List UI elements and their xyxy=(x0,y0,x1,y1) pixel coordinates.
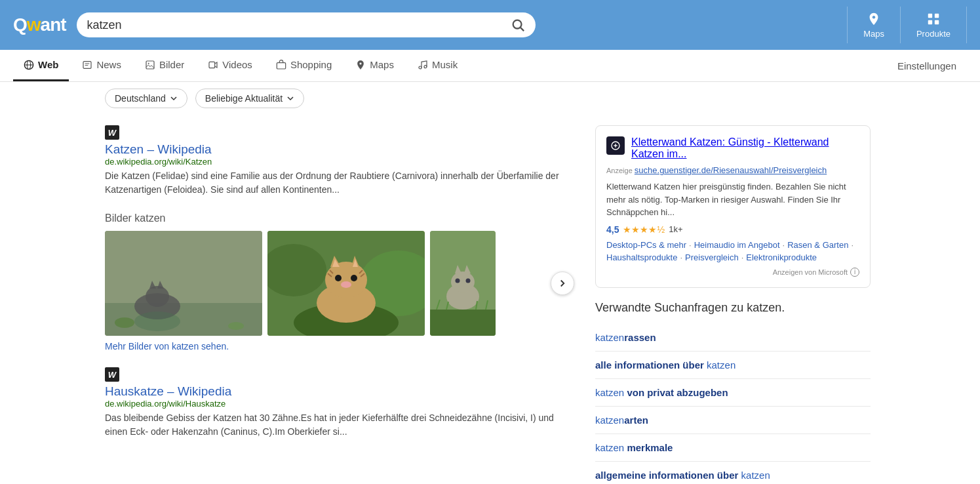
main-content: W Katzen – Wikipedia de.wikipedia.org/wi… xyxy=(0,115,980,484)
svg-rect-9 xyxy=(83,61,91,68)
search-input[interactable] xyxy=(87,18,505,32)
images-section: Bilder katzen xyxy=(105,212,564,352)
tab-musik[interactable]: Musik xyxy=(407,50,468,81)
svg-rect-15 xyxy=(277,62,285,68)
result2-desc: Das bleibende Gebiss der Katzen hat 30 Z… xyxy=(105,411,564,439)
svg-rect-3 xyxy=(935,13,939,17)
tab-bilder-label: Bilder xyxy=(159,59,184,70)
recency-filter[interactable]: Beliebige Aktualität xyxy=(195,89,304,108)
logo: Qwant xyxy=(13,14,66,35)
svg-point-51 xyxy=(466,279,471,283)
tab-web[interactable]: Web xyxy=(13,50,69,81)
ad-link-6[interactable]: Elektronikprodukte xyxy=(746,252,817,262)
tab-musik-label: Musik xyxy=(432,59,458,70)
result-title: Katzen – Wikipedia xyxy=(105,142,564,157)
svg-point-25 xyxy=(115,317,134,328)
result2-url: de.wikipedia.org/wiki/Hauskatze xyxy=(105,399,564,409)
related-item-3[interactable]: katzen von privat abzugeben xyxy=(595,379,871,407)
cat-image-2[interactable] xyxy=(267,231,425,336)
ad-icon xyxy=(606,136,625,155)
tab-videos-label: Videos xyxy=(222,59,252,70)
settings-button[interactable]: Einstellungen xyxy=(887,51,967,81)
tab-shopping-label: Shopping xyxy=(290,59,332,70)
svg-point-38 xyxy=(351,275,357,281)
images-next-arrow[interactable] xyxy=(551,272,574,295)
svg-point-50 xyxy=(456,279,460,283)
svg-point-0 xyxy=(513,20,521,29)
produkte-action[interactable]: Produkte xyxy=(901,7,967,43)
tab-news[interactable]: News xyxy=(71,50,132,81)
search-button[interactable] xyxy=(511,18,525,32)
tab-videos[interactable]: Videos xyxy=(197,50,263,81)
header-right: Maps Produkte xyxy=(847,7,967,43)
rating-count: 1k+ xyxy=(669,224,682,234)
rating-stars: ★★★★½ xyxy=(623,224,665,235)
wikipedia-icon: W xyxy=(105,125,119,140)
svg-point-26 xyxy=(228,322,244,330)
maps-action[interactable]: Maps xyxy=(848,7,901,43)
related-section: Verwandte Suchanfragen zu katzen. katzen… xyxy=(595,301,871,485)
result2-title: Hauskatze – Wikipedia xyxy=(105,384,564,399)
ad-title: Kletterwand Katzen: Günstig - Kletterwan… xyxy=(631,136,859,160)
ad-link-3[interactable]: Rasen & Garten xyxy=(787,240,848,250)
related-heading: Verwandte Suchanfragen zu katzen. xyxy=(595,301,871,315)
svg-rect-4 xyxy=(928,20,932,24)
ad-link-5[interactable]: Preisvergleich xyxy=(685,252,739,262)
result-url: de.wikipedia.org/wiki/Katzen xyxy=(105,157,564,167)
result-source: W xyxy=(105,125,564,140)
result-title-link[interactable]: Katzen – Wikipedia xyxy=(105,142,212,156)
related-item-6[interactable]: allgemeine informationen über katzen xyxy=(595,462,871,485)
related-item-4[interactable]: katzenarten xyxy=(595,407,871,434)
svg-point-21 xyxy=(146,286,169,307)
region-filter[interactable]: Deutschland xyxy=(105,89,187,108)
cat-image-1[interactable] xyxy=(105,231,262,336)
related-item-2[interactable]: alle informationen über katzen xyxy=(595,352,871,379)
ad-info-icon[interactable]: i xyxy=(850,268,859,277)
related-item-5[interactable]: katzen merkmale xyxy=(595,434,871,462)
wikipedia-icon-2: W xyxy=(105,367,119,382)
svg-rect-12 xyxy=(146,61,154,69)
ad-block: Kletterwand Katzen: Günstig - Kletterwan… xyxy=(595,125,871,288)
tab-maps-label: Maps xyxy=(370,59,394,70)
ad-label: Anzeige suche.guenstiger.de/Riesenauswah… xyxy=(606,165,859,175)
related-item-1[interactable]: katzenrassen xyxy=(595,324,871,352)
svg-rect-2 xyxy=(928,13,932,17)
tab-maps[interactable]: Maps xyxy=(345,50,404,81)
left-column: W Katzen – Wikipedia de.wikipedia.org/wi… xyxy=(105,125,564,484)
more-images-link[interactable]: Mehr Bilder von katzen sehen. xyxy=(105,341,564,352)
svg-rect-14 xyxy=(209,62,215,68)
ad-link-4[interactable]: Haushaltsprodukte xyxy=(606,252,677,262)
svg-rect-5 xyxy=(935,20,939,24)
images-row xyxy=(105,231,564,336)
tab-web-label: Web xyxy=(38,59,58,70)
ad-title-link[interactable]: Kletterwand Katzen: Günstig - Kletterwan… xyxy=(631,136,829,159)
search-bar xyxy=(77,12,536,37)
cat-image-3[interactable] xyxy=(430,231,496,336)
header: Qwant Maps Produkte xyxy=(0,0,980,50)
nav-tabs: Web News Bilder Videos Shopping Maps Mus… xyxy=(0,50,980,82)
result-desc: Die Katzen (Felidae) sind eine Familie a… xyxy=(105,169,564,197)
svg-line-1 xyxy=(520,28,524,31)
ad-link-2[interactable]: Heimaudio im Angebot xyxy=(694,240,780,250)
ad-rating: 4,5 ★★★★½ 1k+ xyxy=(606,224,859,235)
result-hauskatze-wiki: W Hauskatze – Wikipedia de.wikipedia.org… xyxy=(105,367,564,439)
svg-point-39 xyxy=(341,281,351,288)
maps-label: Maps xyxy=(863,29,884,39)
rating-number: 4,5 xyxy=(606,224,619,235)
result2-source: W xyxy=(105,367,564,382)
tab-bilder[interactable]: Bilder xyxy=(134,50,195,81)
ad-footer-text: Anzeigen von Microsoft xyxy=(773,268,848,276)
svg-point-17 xyxy=(424,65,427,68)
ad-header: Kletterwand Katzen: Günstig - Kletterwan… xyxy=(606,136,859,160)
recency-label: Beliebige Aktualität xyxy=(205,93,283,104)
ad-link-1[interactable]: Desktop-PCs & mehr xyxy=(606,240,686,250)
result2-title-link[interactable]: Hauskatze – Wikipedia xyxy=(105,384,231,398)
produkte-label: Produkte xyxy=(916,29,951,39)
region-label: Deutschland xyxy=(115,93,166,104)
filter-bar: Deutschland Beliebige Aktualität xyxy=(0,82,980,115)
tab-shopping[interactable]: Shopping xyxy=(265,50,342,81)
svg-rect-45 xyxy=(430,310,496,336)
images-heading: Bilder katzen xyxy=(105,212,564,224)
ad-url-link[interactable]: suche.guenstiger.de/Riesenauswahl/Preisv… xyxy=(635,165,827,175)
ad-footer: Anzeigen von Microsoft i xyxy=(606,268,859,277)
